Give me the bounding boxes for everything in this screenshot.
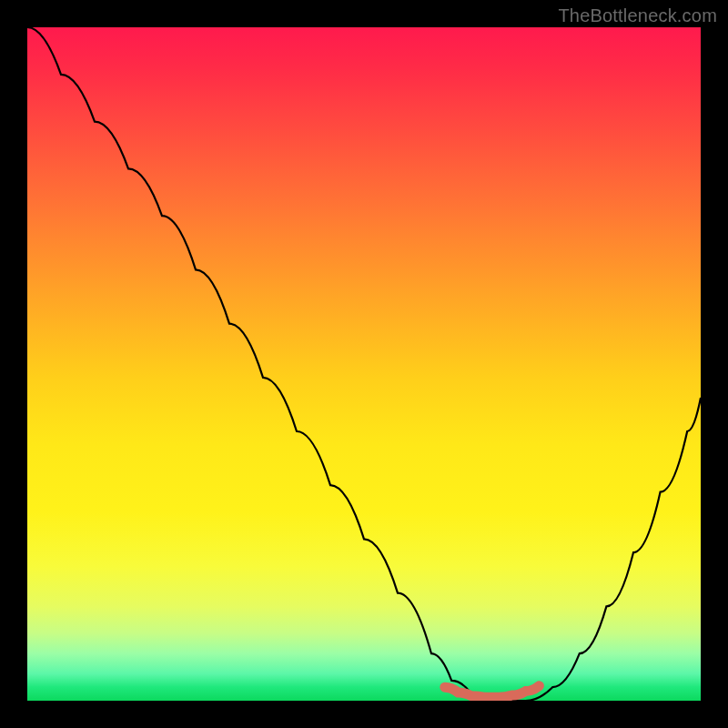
chart-svg [27,27,701,701]
bottleneck-curve [27,27,701,701]
watermark-text: TheBottleneck.com [558,5,717,26]
optimal-range-marker [445,686,540,698]
chart-container: TheBottleneck.com [0,0,728,728]
plot-area [27,27,701,701]
